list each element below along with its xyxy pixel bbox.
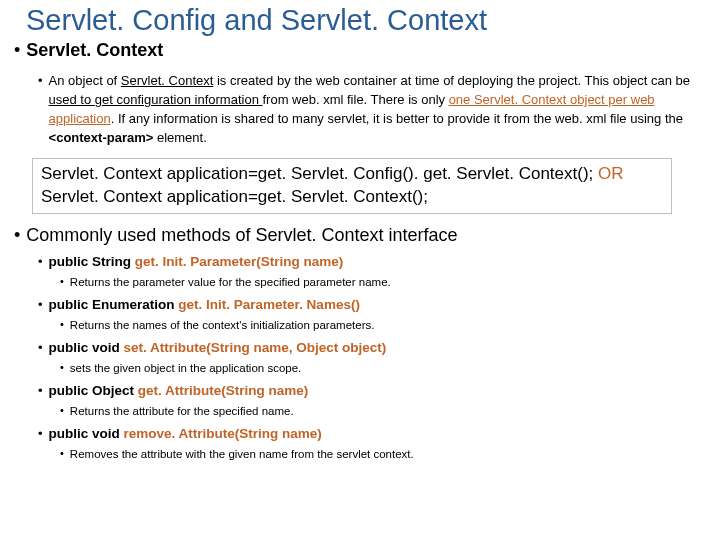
slide-title: Servlet. Config and Servlet. Context <box>26 4 706 37</box>
method-signature: public String get. Init. Parameter(Strin… <box>49 253 344 272</box>
method-desc: • Removes the attribute with the given n… <box>60 446 706 462</box>
method-item: • public void remove. Attribute(String n… <box>38 425 706 444</box>
t: element. <box>153 130 206 145</box>
bullet-icon: • <box>14 224 20 247</box>
t: Returns the names of the context's initi… <box>70 317 375 333</box>
method-signature: public void set. Attribute(String name, … <box>49 339 387 358</box>
t: sets the given object in the application… <box>70 360 301 376</box>
methods-list: • public String get. Init. Parameter(Str… <box>14 253 706 462</box>
t: public void <box>49 340 124 355</box>
t: public String <box>49 254 135 269</box>
t: is created by the web container at time … <box>213 73 690 88</box>
bullet-icon: • <box>60 403 64 418</box>
t: get. Attribute(String name) <box>138 383 309 398</box>
t: set. Attribute(String name, Object objec… <box>124 340 387 355</box>
heading-text: Servlet. Context <box>26 39 163 62</box>
t: . If any information is shared to many s… <box>111 111 683 126</box>
t: Servlet. Context <box>121 73 214 88</box>
t: remove. Attribute(String name) <box>124 426 322 441</box>
method-signature: public Object get. Attribute(String name… <box>49 382 309 401</box>
bullet-icon: • <box>38 253 43 272</box>
t: Servlet. Context application=get. Servle… <box>41 164 598 183</box>
code-example-box: Servlet. Context application=get. Servle… <box>32 158 672 214</box>
method-desc: • sets the given object in the applicati… <box>60 360 706 376</box>
method-desc: • Returns the parameter value for the sp… <box>60 274 706 290</box>
paragraph-description: • An object of Servlet. Context is creat… <box>38 72 706 147</box>
heading-methods: • Commonly used methods of Servlet. Cont… <box>14 224 706 247</box>
bullet-icon: • <box>60 360 64 375</box>
t: used to get configuration information <box>49 92 263 107</box>
t: An object of <box>49 73 121 88</box>
method-item: • public Object get. Attribute(String na… <box>38 382 706 401</box>
t: public Object <box>49 383 138 398</box>
paragraph-text: An object of Servlet. Context is created… <box>49 72 706 147</box>
t: Returns the attribute for the specified … <box>70 403 294 419</box>
method-signature: public void remove. Attribute(String nam… <box>49 425 322 444</box>
heading-text: Commonly used methods of Servlet. Contex… <box>26 224 457 247</box>
t: public void <box>49 426 124 441</box>
t: from web. xml file. There is only <box>262 92 448 107</box>
method-item: • public String get. Init. Parameter(Str… <box>38 253 706 272</box>
method-item: • public Enumeration get. Init. Paramete… <box>38 296 706 315</box>
bullet-icon: • <box>60 446 64 461</box>
t: get. Init. Parameter(String name) <box>135 254 344 269</box>
t: Returns the parameter value for the spec… <box>70 274 391 290</box>
method-desc: • Returns the names of the context's ini… <box>60 317 706 333</box>
method-item: • public void set. Attribute(String name… <box>38 339 706 358</box>
bullet-icon: • <box>38 296 43 315</box>
bullet-icon: • <box>14 39 20 62</box>
heading-servlet-context: • Servlet. Context <box>14 39 706 62</box>
bullet-icon: • <box>60 317 64 332</box>
bullet-icon: • <box>60 274 64 289</box>
bullet-icon: • <box>38 382 43 401</box>
method-signature: public Enumeration get. Init. Parameter.… <box>49 296 360 315</box>
method-desc: • Returns the attribute for the specifie… <box>60 403 706 419</box>
t: Removes the attribute with the given nam… <box>70 446 414 462</box>
bullet-icon: • <box>38 339 43 358</box>
bullet-icon: • <box>38 425 43 444</box>
t: OR <box>598 164 624 183</box>
t: <context-param> <box>49 130 154 145</box>
code-line-1: Servlet. Context application=get. Servle… <box>41 163 663 186</box>
t: public Enumeration <box>49 297 179 312</box>
code-line-2: Servlet. Context application=get. Servle… <box>41 186 663 209</box>
bullet-icon: • <box>38 72 43 91</box>
t: get. Init. Parameter. Names() <box>178 297 360 312</box>
